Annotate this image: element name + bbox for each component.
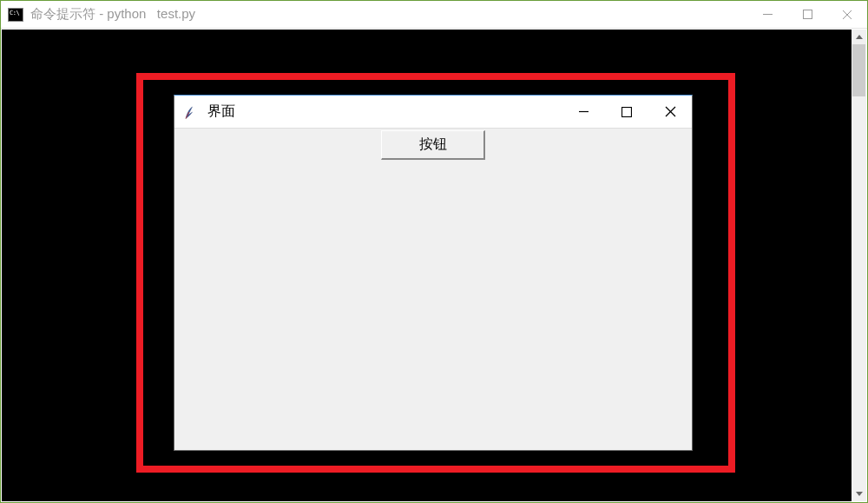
cmd-close-button[interactable]	[827, 1, 867, 28]
scroll-thumb[interactable]	[852, 44, 865, 96]
tk-minimize-button[interactable]	[562, 96, 605, 128]
tk-close-button[interactable]	[648, 96, 692, 128]
chevron-down-icon	[856, 492, 863, 496]
svg-rect-6	[622, 107, 632, 116]
tk-window-controls	[562, 96, 692, 128]
scroll-down-arrow[interactable]	[852, 486, 866, 501]
vertical-scrollbar[interactable]	[852, 30, 866, 501]
minimize-icon	[579, 107, 589, 116]
tk-maximize-button[interactable]	[605, 96, 648, 128]
close-icon	[665, 106, 676, 117]
cmd-window-controls	[747, 1, 867, 28]
cmd-icon	[8, 8, 23, 22]
maximize-icon	[621, 107, 632, 117]
minimize-icon	[763, 10, 773, 19]
cmd-maximize-button[interactable]	[787, 1, 827, 28]
tk-titlebar[interactable]: 界面	[174, 96, 692, 129]
chevron-up-icon	[856, 35, 863, 39]
maximize-icon	[803, 10, 812, 19]
cmd-minimize-button[interactable]	[747, 1, 787, 28]
cmd-titlebar[interactable]: 命令提示符 - python test.py	[1, 1, 867, 29]
svg-rect-1	[803, 10, 812, 19]
cmd-title: 命令提示符 - python test.py	[30, 6, 747, 23]
tk-feather-icon	[183, 103, 199, 121]
cmd-content: 界面 按钮	[2, 30, 852, 501]
close-icon	[842, 10, 852, 20]
tk-button[interactable]: 按钮	[381, 130, 485, 160]
scroll-up-arrow[interactable]	[852, 30, 866, 44]
tk-title: 界面	[207, 103, 562, 121]
cmd-window: 命令提示符 - python test.py 界面	[0, 0, 868, 503]
tk-body: 按钮	[174, 129, 692, 450]
tk-window: 界面 按钮	[174, 95, 693, 451]
